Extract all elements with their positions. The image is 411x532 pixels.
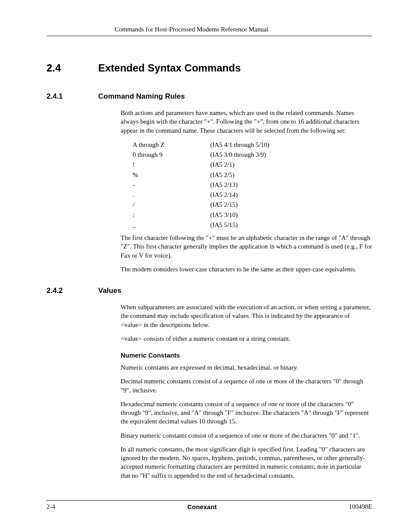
footer-brand: Conexant	[187, 503, 217, 510]
char-symbol: :	[133, 210, 210, 220]
char-code: (IA5 5/15)	[210, 220, 238, 230]
char-code: (IA5 2/14)	[210, 190, 238, 200]
running-header: Commands for Host-Processed Modems Refer…	[47, 26, 372, 36]
body-text: When subparameters are associated with t…	[121, 303, 372, 329]
table-row: : (IA5 3/10)	[133, 210, 372, 220]
section-2-4-1-heading: 2.4.1 Command Naming Rules	[47, 92, 372, 101]
table-row: _ (IA5 5/15)	[133, 220, 372, 230]
character-table: A through Z (IA5 4/1 through 5/10) 0 thr…	[133, 140, 372, 230]
section-2-4-2-heading: 2.4.2 Values	[47, 286, 372, 295]
subsection-number: 2.4.2	[47, 286, 98, 295]
footer-doc-id: 100498E	[349, 503, 372, 510]
char-symbol: .	[133, 190, 210, 200]
char-code: (IA5 3/10)	[210, 210, 238, 220]
numeric-constants-heading: Numeric Constants	[121, 352, 372, 359]
char-code: (IA5 2/1)	[210, 160, 234, 170]
subsection-title: Values	[98, 286, 121, 295]
section-number: 2.4	[47, 62, 98, 74]
table-row: A through Z (IA5 4/1 through 5/10)	[133, 140, 372, 150]
char-symbol: 0 through 9	[133, 150, 210, 160]
char-symbol: %	[133, 170, 210, 180]
page: Commands for Host-Processed Modems Refer…	[0, 0, 411, 532]
page-number: 2-4	[47, 503, 55, 510]
char-code: (IA5 2/5)	[210, 170, 234, 180]
section-title: Extended Syntax Commands	[98, 62, 241, 74]
char-code: (IA5 4/1 through 5/10)	[210, 140, 269, 150]
body-text: <value> consists of either a numeric con…	[121, 334, 372, 343]
body-text: The first character following the "+" mu…	[121, 233, 372, 260]
char-symbol: -	[133, 180, 210, 190]
char-symbol: A through Z	[133, 140, 210, 150]
body-text: Numeric constants are expressed in decim…	[121, 363, 372, 372]
subsection-number: 2.4.1	[47, 92, 98, 101]
char-symbol: /	[133, 200, 210, 210]
table-row: 0 through 9 (IA5 3/0 through 3/9)	[133, 150, 372, 160]
table-row: ! (IA5 2/1)	[133, 160, 372, 170]
subsection-title: Command Naming Rules	[98, 92, 185, 101]
table-row: / (IA5 2/15)	[133, 200, 372, 210]
body-text: The modem considers lower-case character…	[121, 265, 372, 274]
char-symbol: !	[133, 160, 210, 170]
table-row: . (IA5 2/14)	[133, 190, 372, 200]
char-code: (IA5 3/0 through 3/9)	[210, 150, 266, 160]
body-text: Decimal numeric constants consist of a s…	[121, 377, 372, 395]
char-code: (IA5 2/15)	[210, 200, 238, 210]
page-footer: 2-4 Conexant 100498E	[47, 500, 372, 510]
section-2-4-heading: 2.4 Extended Syntax Commands	[47, 62, 372, 74]
table-row: - (IA5 2/13)	[133, 180, 372, 190]
body-text: Hexadecimal numeric constants consist of…	[121, 400, 372, 426]
body-text: Both actions and parameters have names, …	[121, 109, 372, 135]
body-text: In all numeric constants, the most signi…	[121, 445, 372, 480]
body-text: Binary numeric constants consist of a se…	[121, 431, 372, 440]
char-code: (IA5 2/13)	[210, 180, 238, 190]
char-symbol: _	[133, 220, 210, 230]
table-row: % (IA5 2/5)	[133, 170, 372, 180]
